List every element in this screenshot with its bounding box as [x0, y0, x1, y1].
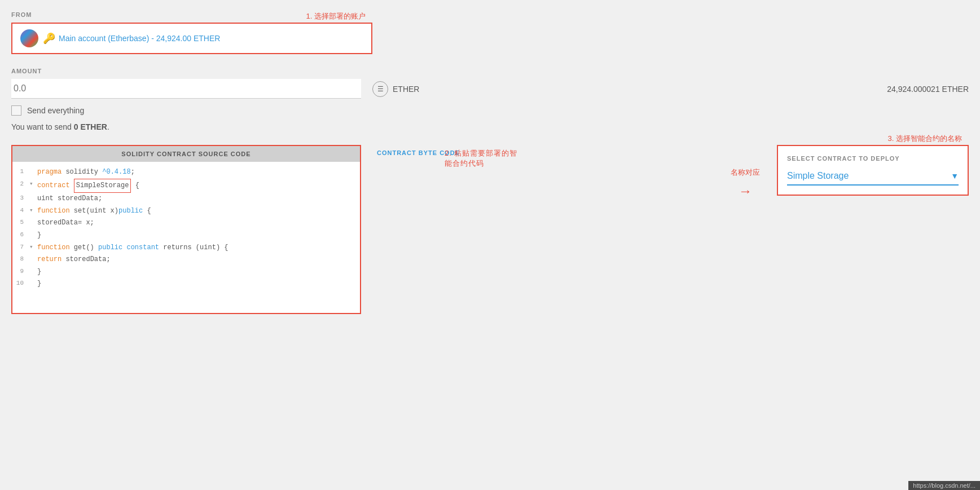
arrow-annotation: 名称对应 — [731, 167, 760, 178]
code-line-5: 5 storedData= x; — [12, 217, 360, 229]
amount-input[interactable] — [11, 79, 361, 98]
contract-dropdown[interactable]: Simple Storage ▼ — [787, 171, 959, 186]
you-want-row: You want to send 0 ETHER. — [11, 122, 969, 131]
url-bar: https://blog.csdn.net/... — [908, 481, 980, 490]
currency-label: ETHER — [393, 85, 419, 94]
from-section: FROM 1. 选择部署的账户 🔑 Main account (Etherbas… — [11, 11, 969, 54]
bytecode-section: CONTRACT BYTE CODE — [372, 145, 714, 161]
from-label: FROM — [11, 11, 969, 18]
you-want-amount: 0 ETHER — [74, 122, 107, 131]
bottom-row: SOLIDITY CONTRACT SOURCE CODE 2. 粘贴需要部署的… — [11, 145, 969, 314]
select-contract-section: 3. 选择智能合约的名称 SELECT CONTRACT TO DEPLOY S… — [777, 145, 969, 196]
balance-display: 24,924.000021 ETHER — [887, 85, 969, 94]
solidity-header: SOLIDITY CONTRACT SOURCE CODE 2. 粘贴需要部署的… — [12, 146, 360, 162]
right-arrow-icon: → — [739, 183, 752, 199]
code-line-8: 8 return storedData; — [12, 254, 360, 266]
code-line-3: 3 uint storedData; — [12, 193, 360, 205]
amount-label: AMOUNT — [11, 68, 969, 74]
you-want-prefix: You want to send — [11, 122, 74, 131]
dropdown-arrow-icon: ▼ — [951, 171, 959, 180]
select-annotation: 3. 选择智能合约的名称 — [888, 134, 962, 144]
amount-input-wrapper — [11, 79, 361, 99]
currency-selector[interactable]: ☰ ETHER — [372, 81, 419, 97]
from-annotation: 1. 选择部署的账户 — [306, 11, 366, 21]
send-everything-label: Send everything — [27, 106, 84, 115]
account-avatar — [20, 29, 38, 47]
amount-row: ☰ ETHER 24,924.000021 ETHER — [11, 79, 969, 99]
code-line-10: 10 } — [12, 278, 360, 290]
currency-icon: ☰ — [372, 81, 388, 97]
code-line-9: 9 } — [12, 266, 360, 279]
code-line-1: 1 pragma solidity ^0.4.18; — [12, 166, 360, 179]
send-everything-checkbox[interactable] — [11, 105, 21, 116]
code-line-6: 6 } — [12, 229, 360, 242]
solidity-label: SOLIDITY CONTRACT SOURCE CODE — [121, 151, 251, 157]
select-label: SELECT CONTRACT TO DEPLOY — [787, 155, 959, 162]
from-box: 1. 选择部署的账户 🔑 Main account (Etherbase) - … — [11, 23, 372, 54]
key-icon: 🔑 — [43, 32, 55, 45]
send-everything-row: Send everything — [11, 105, 969, 116]
solidity-section: SOLIDITY CONTRACT SOURCE CODE 2. 粘贴需要部署的… — [11, 145, 361, 314]
code-line-4: 4 ▾ function set(uint x)public { — [12, 205, 360, 218]
code-editor: 1 pragma solidity ^0.4.18; 2 ▾ contract … — [12, 162, 360, 295]
contract-value: Simple Storage — [787, 171, 849, 181]
code-line-2: 2 ▾ contract SimpleStorage { — [12, 179, 360, 193]
code-line-7: 7 ▾ function get() public constant retur… — [12, 242, 360, 254]
you-want-suffix: . — [107, 122, 109, 131]
solidity-annotation: 2. 粘贴需要部署的智能合约代码 — [445, 148, 524, 169]
bytecode-label: CONTRACT BYTE CODE — [377, 149, 709, 156]
amount-section: AMOUNT ☰ ETHER 24,924.000021 ETHER Send … — [11, 68, 969, 131]
account-name[interactable]: Main account (Etherbase) - 24,924.00 ETH… — [59, 34, 220, 43]
middle-arrow-area: 名称对应 → — [725, 145, 766, 199]
